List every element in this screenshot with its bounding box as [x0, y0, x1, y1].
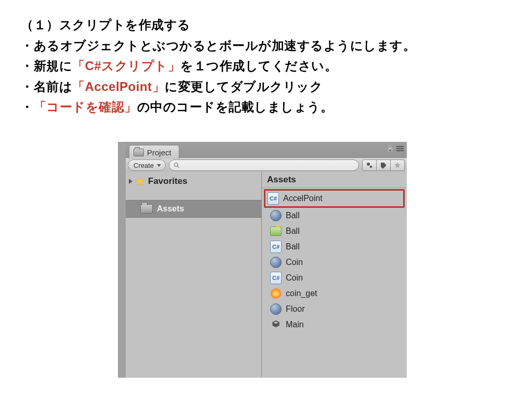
- material-icon: [270, 257, 282, 268]
- svg-point-3: [370, 166, 372, 168]
- folder-icon: [140, 204, 153, 214]
- search-input[interactable]: [169, 159, 359, 171]
- search-icon: [174, 162, 180, 168]
- file-name: AccelPoint: [283, 194, 323, 203]
- panel-body: ★ Favorites Assets Assets C#AccelPointBa…: [126, 172, 407, 378]
- file-name: Ball: [286, 211, 300, 220]
- list-item-highlighted[interactable]: C#AccelPoint: [264, 189, 405, 208]
- list-item[interactable]: coin_get: [266, 286, 403, 301]
- tab-label: Project: [147, 148, 171, 157]
- create-label: Create: [134, 162, 154, 169]
- bullet-3-red: 「AccelPoint」: [72, 79, 165, 94]
- list-item[interactable]: Floor: [266, 301, 403, 317]
- lock-icon[interactable]: [386, 144, 394, 152]
- expand-triangle-icon: [129, 179, 132, 184]
- bullet-2-post: を１つ作成してください。: [180, 59, 337, 73]
- bullet-2: ・新規に「C#スクリプト」を１つ作成してください。: [21, 56, 511, 76]
- file-name: Main: [286, 320, 304, 329]
- list-item[interactable]: Ball: [266, 208, 403, 223]
- file-icon: C#: [270, 241, 282, 252]
- favorites-label: Favorites: [148, 176, 188, 187]
- list-item[interactable]: Main: [266, 317, 403, 332]
- csharp-icon: C#: [270, 272, 282, 284]
- file-name: Coin: [286, 273, 303, 283]
- assets-label: Assets: [157, 204, 184, 214]
- material-icon: [270, 210, 282, 221]
- file-icon: [270, 225, 282, 237]
- scene-icon: [270, 227, 282, 236]
- tab-project[interactable]: Project: [129, 145, 179, 159]
- filter-type-icon[interactable]: [362, 159, 377, 171]
- create-button[interactable]: Create: [128, 159, 166, 171]
- bullet-4-pre: ・: [21, 100, 34, 114]
- file-icon: [270, 210, 282, 221]
- file-icon: [270, 303, 282, 315]
- list-item[interactable]: Coin: [266, 255, 403, 270]
- svg-point-0: [175, 163, 178, 167]
- left-column: ★ Favorites Assets: [126, 172, 262, 378]
- right-column: Assets C#AccelPointBallBallC#BallCoinC#C…: [262, 172, 407, 378]
- file-icon: C#: [268, 193, 279, 204]
- bullet-2-pre: ・新規に: [21, 59, 72, 73]
- bullet-3-post: に変更してダブルクリック: [165, 79, 323, 94]
- list-item[interactable]: Ball: [266, 223, 403, 239]
- bullet-3: ・名前は「AccelPoint」に変更してダブルクリック: [21, 76, 511, 97]
- bullet-2-red: 「C#スクリプト」: [72, 59, 180, 73]
- bullet-4-red: 「コードを確認」: [34, 100, 137, 114]
- bullet-4-post: の中のコードを記載しましょう。: [137, 100, 334, 114]
- file-icon: [270, 288, 282, 299]
- csharp-icon: C#: [268, 192, 279, 205]
- svg-point-2: [367, 163, 370, 166]
- svg-line-1: [178, 166, 179, 168]
- bullet-1: ・あるオブジェクトとぶつかるとボールが加速するようにします。: [21, 35, 511, 56]
- panel-menu-icon[interactable]: [396, 145, 404, 151]
- unity-icon: [270, 319, 282, 330]
- tab-strip: Project: [126, 142, 407, 158]
- file-name: Floor: [286, 304, 304, 314]
- folder-icon: [134, 149, 144, 156]
- assets-folder-row[interactable]: Assets: [126, 200, 261, 218]
- right-header-label: Assets: [267, 175, 296, 185]
- star-icon: ★: [136, 175, 145, 188]
- favorites-row[interactable]: ★ Favorites: [126, 172, 261, 191]
- file-name: coin_get: [286, 289, 317, 298]
- right-column-header: Assets: [262, 172, 407, 188]
- filter-label-icon[interactable]: [377, 159, 391, 171]
- bullet-3-pre: ・名前は: [21, 79, 72, 94]
- unity-panel: Project Create: [126, 142, 407, 378]
- tab-right-icons: [386, 144, 404, 152]
- filter-star-icon[interactable]: [391, 159, 405, 171]
- particle-icon: [270, 288, 282, 299]
- toolbar-filter-icons: [362, 159, 405, 171]
- file-icon: [270, 319, 282, 330]
- file-name: Ball: [286, 242, 300, 251]
- file-icon: C#: [270, 272, 282, 284]
- csharp-icon: C#: [270, 241, 282, 253]
- file-name: Ball: [286, 227, 300, 236]
- heading-1: （１）スクリプトを作成する: [21, 15, 511, 35]
- material-icon: [270, 303, 282, 315]
- list-item[interactable]: C#Coin: [266, 270, 403, 286]
- file-list: C#AccelPointBallBallC#BallCoinC#Coincoin…: [262, 188, 407, 334]
- file-name: Coin: [286, 258, 303, 267]
- unity-panel-wrap: Project Create: [118, 142, 407, 378]
- list-item[interactable]: C#Ball: [266, 239, 403, 255]
- toolbar: Create: [126, 158, 407, 173]
- file-icon: [270, 257, 282, 268]
- bullet-4: ・「コードを確認」の中のコードを記載しましょう。: [21, 97, 511, 117]
